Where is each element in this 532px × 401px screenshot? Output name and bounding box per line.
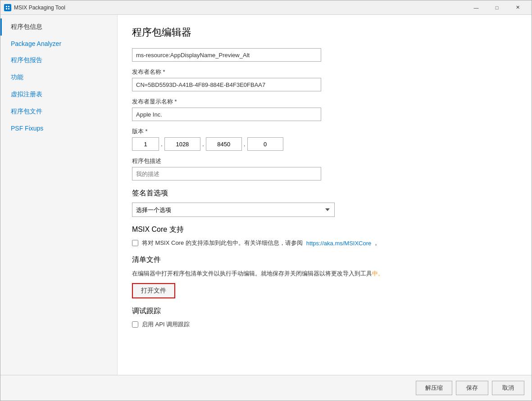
description-section: 程序包描述 [132,157,517,180]
svg-rect-1 [6,6,7,7]
manifest-desc: 在编辑器中打开程序包清单文件以执行手动编辑。就地保存并关闭编辑器以将更改导入到工… [132,269,517,279]
main-window: MSIX Packaging Tool — □ ✕ 程序包信息 Package … [0,0,532,401]
editor-panel: 程序包编辑器 发布者名称 * 发布者显示名称 * 版本 * . [118,15,532,375]
debug-section: 调试跟踪 启用 API 调用跟踪 [132,306,517,329]
debug-checkbox[interactable] [132,321,138,328]
window-controls: — □ ✕ [466,0,528,15]
signing-heading: 签名首选项 [132,189,517,198]
version-label: 版本 * [132,127,517,135]
msix-core-checkbox[interactable] [132,240,138,246]
version-section: 版本 * . . . [132,127,517,151]
publisher-name-section: 发布者名称 * [132,68,517,91]
open-file-button[interactable]: 打开文件 [132,283,175,298]
page-title: 程序包编辑器 [132,26,517,39]
description-label: 程序包描述 [132,157,517,165]
msix-core-section: MSIX Core 支持 将对 MSIX Core 的支持添加到此包中。有关详细… [132,225,517,247]
publisher-display-name-section: 发布者显示名称 * [132,98,517,121]
manifest-heading: 清单文件 [132,255,517,265]
sidebar-item-package-report[interactable]: 程序包报告 [0,52,117,69]
description-input[interactable] [132,167,321,180]
sidebar-item-psf-fixups[interactable]: PSF Fixups [0,120,117,136]
sidebar-item-capabilities[interactable]: 功能 [0,69,117,86]
minimize-button[interactable]: — [466,0,487,15]
version-v3-input[interactable] [206,137,242,151]
msix-core-label-after: 。 [375,239,381,247]
app-icon [4,4,11,11]
manifest-section: 清单文件 在编辑器中打开程序包清单文件以执行手动编辑。就地保存并关闭编辑器以将更… [132,255,517,298]
app-display-name-section [132,48,517,62]
sidebar-item-package-files[interactable]: 程序包文件 [0,103,117,120]
publisher-name-label: 发布者名称 * [132,68,517,76]
main-content: 程序包信息 Package Analyzer 程序包报告 功能 虚拟注册表 程序… [0,15,532,375]
maximize-button[interactable]: □ [487,0,507,15]
sidebar-item-virtual-registry[interactable]: 虚拟注册表 [0,86,117,103]
svg-rect-0 [5,5,10,10]
sidebar: 程序包信息 Package Analyzer 程序包报告 功能 虚拟注册表 程序… [0,15,118,375]
title-bar: MSIX Packaging Tool — □ ✕ [0,0,532,15]
publisher-display-name-label: 发布者显示名称 * [132,98,517,106]
version-row: . . . [132,137,517,151]
svg-rect-3 [6,8,7,9]
publisher-name-input[interactable] [132,78,321,91]
msix-core-link[interactable]: https://aka.ms/MSIXCore [306,240,372,247]
save-button[interactable]: 保存 [456,381,488,395]
cancel-button[interactable]: 取消 [492,381,524,395]
sidebar-item-package-info[interactable]: 程序包信息 [0,18,117,36]
debug-label: 启用 API 调用跟踪 [142,320,190,329]
svg-rect-2 [8,6,9,7]
version-dot-3: . [244,140,246,148]
msix-core-label-before: 将对 MSIX Core 的支持添加到此包中。有关详细信息，请参阅 [142,239,303,247]
signing-section: 签名首选项 选择一个选项 [132,189,517,217]
version-v2-input[interactable] [164,137,200,151]
version-v4-input[interactable] [247,137,283,151]
app-display-name-input[interactable] [132,48,321,62]
msix-core-heading: MSIX Core 支持 [132,225,517,234]
manifest-highlight: 中。 [372,270,384,277]
debug-heading: 调试跟踪 [132,306,517,316]
version-dot-2: . [202,140,204,148]
sidebar-item-package-analyzer[interactable]: Package Analyzer [0,36,117,52]
close-button[interactable]: ✕ [507,0,528,15]
publisher-display-name-input[interactable] [132,108,321,121]
version-v1-input[interactable] [132,137,159,151]
manifest-desc-text: 在编辑器中打开程序包清单文件以执行手动编辑。就地保存并关闭编辑器以将更改导入到工… [132,270,372,277]
window-title: MSIX Packaging Tool [14,5,466,11]
footer: 解压缩 保存 取消 [0,375,532,401]
msix-core-checkbox-row: 将对 MSIX Core 的支持添加到此包中。有关详细信息，请参阅 https:… [132,239,517,247]
signing-dropdown[interactable]: 选择一个选项 [132,203,335,217]
decompress-button[interactable]: 解压缩 [416,381,452,395]
debug-checkbox-row: 启用 API 调用跟踪 [132,320,517,329]
version-dot-1: . [161,140,163,148]
svg-rect-4 [8,8,9,9]
